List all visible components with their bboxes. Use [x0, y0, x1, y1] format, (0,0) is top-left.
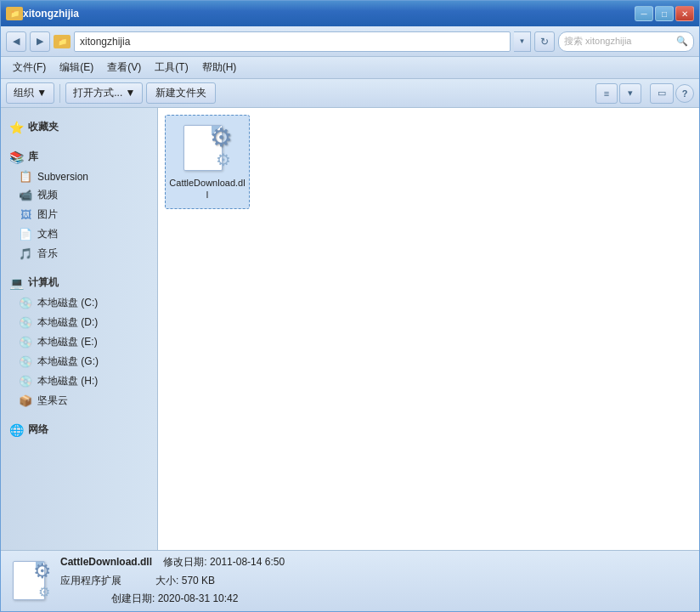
content-area: ⭐ 收藏夹 📚 库 📋 Subversion 📹 视频: [1, 108, 699, 550]
sidebar-item-drive-c[interactable]: 💿 本地磁盘 (C:): [1, 293, 157, 313]
open-with-button[interactable]: 打开方式... ▼: [65, 82, 143, 104]
statusbar-created-label: 创建日期:: [111, 592, 155, 604]
refresh-button[interactable]: ↻: [534, 31, 555, 52]
window: 📁 xitongzhijia ─ □ ✕ ◀ ▶ 📁 xitongzhijia …: [0, 0, 700, 612]
drive-d-label: 本地磁盘 (D:): [37, 315, 98, 330]
statusbar: ⚙ ⚙ CattleDownload.dll 修改日期: 2011-08-14 …: [1, 550, 699, 611]
sidebar-item-drive-e[interactable]: 💿 本地磁盘 (E:): [1, 332, 157, 352]
jianguoyun-icon: 📦: [18, 394, 33, 407]
drive-h-label: 本地磁盘 (H:): [37, 374, 98, 388]
help-button[interactable]: ?: [675, 84, 694, 103]
search-icon: 🔍: [676, 36, 688, 47]
network-label: 网络: [28, 422, 48, 437]
file-area[interactable]: ⚙ ⚙ CattleDownload.dll: [158, 108, 699, 550]
images-icon: 🖼: [18, 208, 33, 221]
view-toggle-button[interactable]: ≡: [596, 83, 618, 104]
menu-edit[interactable]: 编辑(E): [53, 59, 100, 76]
titlebar-buttons: ─ □ ✕: [635, 6, 694, 21]
preview-pane-button[interactable]: ▭: [650, 83, 674, 104]
toolbar: 组织 ▼ 打开方式... ▼ 新建文件夹 ≡ ▾ ▭ ?: [1, 79, 699, 108]
menubar: 文件(F) 编辑(E) 查看(V) 工具(T) 帮助(H): [1, 57, 699, 79]
sidebar-item-video[interactable]: 📹 视频: [1, 185, 157, 205]
new-folder-label: 新建文件夹: [155, 87, 206, 99]
close-button[interactable]: ✕: [675, 6, 694, 21]
network-icon: 🌐: [9, 423, 24, 437]
favorites-label: 收藏夹: [28, 120, 59, 134]
back-button[interactable]: ◀: [6, 31, 26, 52]
statusbar-type: 应用程序扩展: [60, 575, 121, 586]
sidebar-favorites-section: ⭐ 收藏夹: [1, 116, 157, 138]
sidebar-item-subversion[interactable]: 📋 Subversion: [1, 167, 157, 185]
library-icon: 📚: [9, 150, 24, 164]
statusbar-file-icon: ⚙ ⚙: [11, 559, 52, 604]
documents-label: 文档: [37, 227, 58, 241]
file-name: CattleDownload.dll: [169, 177, 246, 201]
music-label: 音乐: [37, 246, 58, 261]
sidebar-computer-header[interactable]: 💻 计算机: [1, 272, 157, 293]
drive-c-label: 本地磁盘 (C:): [37, 296, 98, 310]
address-input[interactable]: xitongzhijia: [74, 31, 511, 52]
drive-c-icon: 💿: [18, 297, 33, 309]
sidebar-computer-section: 💻 计算机 💿 本地磁盘 (C:) 💿 本地磁盘 (D:) 💿 本地磁盘 (E:…: [1, 272, 157, 411]
toolbar-separator: [59, 84, 60, 103]
open-with-label: 打开方式... ▼: [73, 86, 135, 100]
preview-icon: ▭: [658, 88, 666, 99]
sidebar: ⭐ 收藏夹 📚 库 📋 Subversion 📹 视频: [1, 108, 158, 550]
maximize-button[interactable]: □: [655, 6, 674, 21]
drive-g-label: 本地磁盘 (G:): [37, 354, 99, 369]
drive-g-icon: 💿: [18, 355, 33, 368]
sidebar-item-drive-g[interactable]: 💿 本地磁盘 (G:): [1, 352, 157, 371]
sidebar-item-drive-d[interactable]: 💿 本地磁盘 (D:): [1, 313, 157, 332]
organize-label: 组织 ▼: [14, 86, 47, 100]
menu-view[interactable]: 查看(V): [100, 59, 148, 76]
images-label: 图片: [37, 207, 58, 222]
search-placeholder: 搜索 xitongzhijia: [564, 35, 631, 48]
sidebar-item-music[interactable]: 🎵 音乐: [1, 244, 157, 264]
subversion-label: Subversion: [37, 171, 88, 183]
search-box[interactable]: 搜索 xitongzhijia 🔍: [558, 31, 694, 52]
statusbar-gear-small-icon: ⚙: [38, 584, 50, 600]
statusbar-gear-big-icon: ⚙: [33, 559, 52, 583]
drive-e-icon: 💿: [18, 336, 33, 348]
favorites-icon: ⭐: [9, 121, 24, 134]
library-label: 库: [28, 150, 38, 164]
drive-d-icon: 💿: [18, 316, 33, 329]
file-item-cattle-download[interactable]: ⚙ ⚙ CattleDownload.dll: [165, 115, 250, 209]
sidebar-item-jianguoyun[interactable]: 📦 坚果云: [1, 391, 157, 411]
gear-big-icon: ⚙: [210, 122, 233, 152]
sidebar-item-drive-h[interactable]: 💿 本地磁盘 (H:): [1, 371, 157, 391]
forward-button[interactable]: ▶: [30, 31, 50, 52]
view-options-button[interactable]: ▾: [619, 83, 641, 104]
music-icon: 🎵: [18, 247, 33, 260]
new-folder-button[interactable]: 新建文件夹: [146, 82, 216, 104]
statusbar-info: CattleDownload.dll 修改日期: 2011-08-14 6:50…: [60, 553, 285, 609]
statusbar-filename: CattleDownload.dll: [60, 556, 152, 568]
addressbar: ◀ ▶ 📁 xitongzhijia ▼ ↻ 搜索 xitongzhijia 🔍: [1, 26, 699, 57]
sidebar-library-header[interactable]: 📚 库: [1, 146, 157, 167]
help-icon: ?: [682, 88, 688, 99]
video-icon: 📹: [18, 189, 33, 201]
sidebar-item-documents[interactable]: 📄 文档: [1, 224, 157, 244]
view-options-icon: ▾: [628, 88, 633, 99]
statusbar-size-label: 大小:: [155, 575, 178, 586]
menu-tools[interactable]: 工具(T): [148, 59, 195, 76]
organize-button[interactable]: 组织 ▼: [6, 82, 54, 104]
view-icon: ≡: [604, 88, 609, 99]
sidebar-item-images[interactable]: 🖼 图片: [1, 205, 157, 224]
computer-icon: 💻: [9, 276, 24, 290]
subversion-icon: 📋: [18, 170, 33, 183]
address-dropdown[interactable]: ▼: [514, 31, 531, 52]
menu-file[interactable]: 文件(F): [6, 59, 53, 76]
computer-label: 计算机: [28, 275, 59, 290]
toolbar-right: ≡ ▾ ▭ ?: [596, 83, 694, 104]
statusbar-modified-value: 2011-08-14 6:50: [210, 556, 285, 568]
sidebar-favorites-header[interactable]: ⭐ 收藏夹: [1, 116, 157, 138]
statusbar-created-value: 2020-08-31 10:42: [158, 592, 239, 604]
minimize-button[interactable]: ─: [635, 6, 653, 21]
sidebar-network-header[interactable]: 🌐 网络: [1, 419, 157, 440]
menu-help[interactable]: 帮助(H): [195, 59, 244, 76]
documents-icon: 📄: [18, 228, 33, 241]
address-folder-icon: 📁: [54, 35, 71, 48]
gear-small-icon: ⚙: [216, 150, 231, 170]
sidebar-library-section: 📚 库 📋 Subversion 📹 视频 🖼 图片 📄 文档: [1, 146, 157, 264]
